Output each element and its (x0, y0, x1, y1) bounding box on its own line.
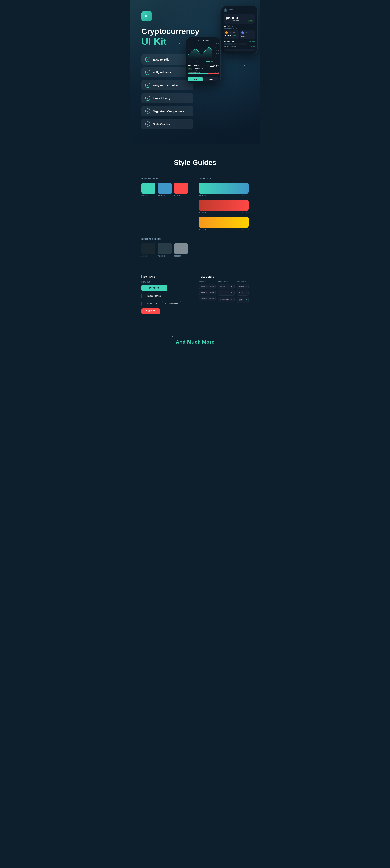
buy-button[interactable]: BUY (188, 77, 203, 82)
chevron-down-icon-3: ▾ (246, 299, 246, 301)
swatch-mid-label: #283C48 (158, 255, 165, 257)
portfolio-row: B BTC / Edit $123.00 +11% Ξ ETH $123.00 (224, 30, 255, 39)
gradient-yellow: #FFE748 #FFBF20 (199, 217, 248, 231)
gradient-red: #FF4848 #FF4848 (199, 200, 248, 214)
swatch-light-box (174, 243, 188, 254)
gradient-box-1 (199, 183, 248, 194)
chart-header: ← BTC ⇔ RAR ⋮ (186, 37, 220, 43)
feature-item-customice: ✓ Easy to Customice (142, 80, 193, 90)
tab-1m[interactable]: 1m (199, 61, 202, 62)
gradient-labels-1: #3E9766 #3CDIC2 (199, 195, 248, 197)
tab-1y[interactable]: 1y (203, 61, 206, 62)
input-field-1[interactable]: sample@gmail.com (199, 284, 216, 289)
neutral-swatches: #182730 #283C48 #808C94 (142, 243, 248, 257)
password-field-2[interactable]: •••••••••••• 👁 (218, 290, 235, 296)
chevron-down-icon-1: ▾ (246, 285, 246, 287)
swatch-dark: #182730 (142, 243, 155, 257)
buy-val: 69% buy (188, 74, 191, 75)
swatch-mid: #283C48 (158, 243, 172, 257)
ranking-tab-lookers: Lookers (232, 43, 238, 45)
ranking-row: RAR / BTC: 0.00004470 +35.46% (224, 46, 255, 48)
input-field-2[interactable]: sample@gmail.com (199, 290, 216, 295)
ghost-button-1[interactable]: SECONDARY (142, 301, 160, 307)
tab-1s[interactable]: 1s (188, 61, 191, 62)
portfolio-title: My Portfolio (224, 25, 255, 27)
gradient-swatches: #3E9766 #3CDIC2 #FF4848 #FF4848 #FFE748 (199, 183, 248, 231)
trade-price: 7,250.00 (210, 65, 219, 67)
sentiment-bar: Traders sentiment index 2023-13 69% buy … (188, 72, 219, 75)
swatch-blue-label: #3E9766 (158, 195, 165, 197)
ranking-title: Ranking List (224, 40, 234, 42)
danger-button[interactable]: DANGER (142, 308, 160, 314)
eye-icon-2[interactable]: 👁 (231, 292, 233, 294)
check-icon-6: ✓ (145, 121, 150, 127)
svg-point-2 (225, 11, 227, 11)
eth-icon: Ξ (241, 31, 244, 34)
select-field-2[interactable]: Selected ▾ (237, 290, 248, 296)
logo: R (142, 11, 152, 22)
ranking-tabs: BTC Market Lookers 24h Volume (224, 43, 255, 45)
neutral-colors-group: NEUTRAL COLORS #182730 #283C48 #808C94 (142, 238, 248, 257)
elements-section: BUTTONS DEFAULT PRIMARY SECONDARY SECOND… (130, 272, 260, 329)
nav-orders (244, 50, 247, 50)
eye-icon-1[interactable]: 👁 (231, 285, 233, 287)
elements-inner-grid: DEFAULT sample@gmail.com sample@gmail.co… (199, 281, 248, 304)
high-label: High Price (196, 69, 200, 71)
tab-extra[interactable]: fγ/k (211, 61, 214, 62)
primary-button[interactable]: PRIMARY (142, 285, 167, 291)
input-field-3[interactable]: sample@gmail.com (199, 296, 216, 301)
trade-buttons: BUY SELL (188, 77, 219, 82)
sell-button[interactable]: SELL (204, 77, 219, 82)
sell-val: 49% sell (215, 74, 219, 75)
btc-name: BTC / Edit (229, 32, 235, 33)
grad3-from: #FFE748 (199, 229, 206, 231)
trade-pair: BTC ⇔ RAR ★ (188, 65, 200, 67)
elements-column: ELEMENTS DEFAULT sample@gmail.com sample… (199, 276, 248, 314)
gain-badge: +15% (248, 20, 253, 22)
swatch-teal-label: #3CDIC2 (142, 195, 148, 197)
select-field-3[interactable]: Value Value ▾ (237, 297, 248, 303)
secondary-button[interactable]: SECONDARY (142, 293, 167, 299)
eye-icon-3[interactable]: 👁 (231, 299, 233, 301)
trade-stats: +11% Daily Change 7,220.00 High Price 7,… (188, 68, 219, 71)
password-field-1[interactable]: Password 👁 (218, 284, 235, 289)
eth-card: Ξ ETH $123.00 (240, 30, 255, 39)
nav-home (226, 50, 229, 50)
default-label: DEFAULT (199, 281, 216, 283)
high-price: 7,220.00 (196, 68, 200, 69)
password-field-3[interactable]: 123password 👁 (218, 297, 235, 302)
btc-price: $123.00 (225, 35, 231, 36)
grad3-to: #FFBF20 (242, 229, 248, 231)
swatch-light: #808C94 (174, 243, 188, 257)
gradient-box-3 (199, 217, 248, 228)
dropdown-label: DROPDOWN (237, 281, 248, 283)
trade-card: BTC ⇔ RAR ★ 7,250.00 +11% Daily Change 7… (186, 63, 220, 83)
balance-card: Balance $6500.00 Monthly profit $2450.00… (224, 14, 255, 24)
btc-change: +11% (232, 35, 237, 36)
star-decoration (244, 65, 245, 65)
pass1-value: Password (220, 286, 227, 287)
star-decoration (211, 108, 211, 109)
gradients-group: GRADIENTS #3E9766 #3CDIC2 #FF4848 #FF484… (199, 178, 248, 231)
eth-name: ETH (245, 32, 247, 33)
input-value-2: sample@gmail.com (201, 291, 214, 293)
tab-cc[interactable]: CC (206, 61, 210, 62)
select-field-1[interactable]: Selected ▾ (237, 284, 248, 289)
feature-label-2: Fully Editable (153, 71, 171, 74)
password-inputs: PASSWORD Password 👁 •••••••••••• 👁 123pa… (218, 281, 235, 304)
bottom-nav (224, 49, 255, 51)
phone-right-mockup: Wallet id John.smith Balance $6500.00 Mo… (221, 5, 258, 54)
feature-label-6: Style Guides (153, 123, 170, 126)
buy-period: 2023-13 (215, 72, 219, 73)
tab-1d[interactable]: 1d (191, 61, 194, 62)
tab-1w[interactable]: 1w (195, 61, 199, 62)
daily-label: Daily Change (188, 69, 194, 70)
select2-label: Selected (239, 292, 244, 294)
ghost-button-2[interactable]: SECONDARY (162, 301, 181, 307)
feature-item-easy-edit: ✓ Easy to Edit (142, 54, 193, 65)
buttons-title: BUTTONS (142, 276, 191, 278)
btc-icon: B (225, 31, 228, 34)
style-guides-title: Style Guides (142, 159, 248, 167)
swatch-light-label: #808C94 (174, 255, 181, 257)
hero-section: R Cryptocurrency UI Kit ✓ Easy to Edit ✓… (130, 0, 260, 144)
